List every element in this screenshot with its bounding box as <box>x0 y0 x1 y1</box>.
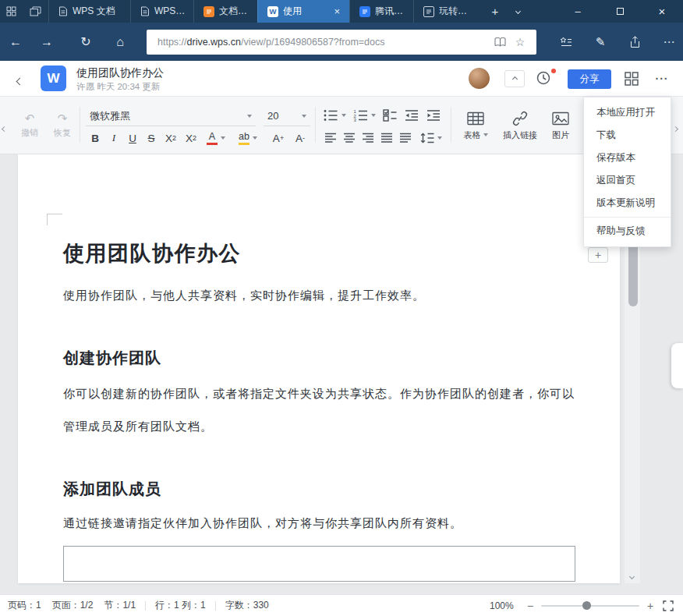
decrease-indent-button[interactable] <box>402 106 421 125</box>
side-panel-handle[interactable] <box>671 343 683 388</box>
numbered-list-button[interactable]: 123 <box>351 106 377 125</box>
embedded-image-placeholder[interactable] <box>63 546 575 582</box>
set-tabs-aside-icon[interactable] <box>22 0 48 23</box>
font-color-button[interactable]: A <box>203 129 229 147</box>
grow-mark: + <box>280 134 284 142</box>
menu-item-open-local-app[interactable]: 本地应用打开 <box>584 101 671 124</box>
justify-button[interactable] <box>377 129 396 147</box>
font-size-select[interactable]: 20 <box>264 106 310 126</box>
subscript-button[interactable]: X2 <box>181 129 201 147</box>
refresh-icon[interactable]: ↻ <box>73 29 98 55</box>
share-button[interactable]: 分享 <box>568 69 611 89</box>
redo-button[interactable]: ↷ 恢复 <box>47 103 78 148</box>
menu-divider <box>584 217 671 218</box>
undo-button[interactable]: ↶ 撤销 <box>14 103 45 148</box>
increase-font-button[interactable]: A+ <box>268 129 288 147</box>
tab-tiles-icon[interactable] <box>0 0 22 23</box>
align-center-button[interactable] <box>340 129 359 147</box>
menu-item-release-notes[interactable]: 版本更新说明 <box>584 192 671 214</box>
history-icon[interactable] <box>535 69 554 88</box>
line-spacing-button[interactable] <box>416 129 446 147</box>
margin-corner-mark <box>47 214 62 225</box>
superscript-button[interactable]: X2 <box>161 129 181 147</box>
status-section: 节：1/1 <box>104 599 136 612</box>
browser-more-icon[interactable]: ⋯ <box>656 29 682 55</box>
wps-docs-favicon <box>58 6 68 16</box>
reading-view-icon[interactable] <box>490 32 510 52</box>
avatar[interactable] <box>469 68 490 89</box>
menu-item-back-home[interactable]: 返回首页 <box>584 169 671 192</box>
back-icon[interactable]: ← <box>3 29 28 55</box>
align-left-button[interactable] <box>321 129 340 147</box>
forward-icon[interactable]: → <box>34 29 59 55</box>
browser-tab-active[interactable]: W 使用 × <box>257 0 349 23</box>
paragraph: 管理成员及所有团队文档。 <box>63 418 213 435</box>
font-name-select[interactable]: 微软雅黑 <box>86 106 256 126</box>
shrink-mark: - <box>303 134 305 142</box>
collapse-toolbar-button[interactable] <box>504 70 525 87</box>
fullscreen-icon[interactable] <box>663 600 674 611</box>
paragraph: 使用协作团队，与他人共享资料，实时协作编辑，提升工作效率。 <box>63 287 425 304</box>
toolbar-separator <box>80 107 80 143</box>
document-area: 使用团队协作办公 + 使用协作团队，与他人共享资料，实时协作编辑，提升工作效率。… <box>0 154 683 594</box>
doc-back-icon[interactable] <box>17 73 23 87</box>
insert-link-button[interactable]: 插入链接 <box>497 103 543 148</box>
format-toolbar: ↶ 撤销 ↷ 恢复 微软雅黑 20 B I U S X2 X2 A ab <box>0 97 683 154</box>
tab-label: 使用 <box>283 5 302 18</box>
url-text: https://drive.wps.cn/view/p/16949806587?… <box>157 37 490 48</box>
image-button[interactable]: 图片 <box>544 103 577 148</box>
increase-indent-button[interactable] <box>424 106 443 125</box>
doc-more-button[interactable]: ··· <box>652 70 672 87</box>
paragraph: 你可以创建新的协作团队，或者将指定文件夹设为共享状态。作为协作团队的创建者，你可… <box>63 385 575 402</box>
bullet-list-button[interactable] <box>321 106 348 125</box>
scrollbar-thumb[interactable] <box>628 238 638 306</box>
minimize-button[interactable]: – <box>557 0 599 23</box>
chevron-down-icon <box>483 133 488 136</box>
browser-tab-tencent-docs[interactable]: 腾讯文档 <box>349 0 413 23</box>
tab-list-chevron-icon[interactable] <box>508 0 527 23</box>
bold-button[interactable]: B <box>86 129 104 147</box>
scrollbar-down-icon[interactable] <box>630 568 634 582</box>
browser-tab-wps-docs-2[interactable]: WPS 文档 <box>130 0 193 23</box>
highlight-letters: ab <box>239 132 249 142</box>
checklist-button[interactable] <box>380 106 399 125</box>
underline-button[interactable]: U <box>123 129 142 147</box>
decrease-font-button[interactable]: A- <box>290 129 310 147</box>
new-tab-button[interactable]: + <box>485 0 505 23</box>
menu-item-download[interactable]: 下载 <box>584 124 671 147</box>
close-button[interactable]: × <box>641 0 683 23</box>
toolbar-scroll-left-icon[interactable] <box>2 120 6 134</box>
strikethrough-button[interactable]: S <box>142 129 161 147</box>
toolbar-scroll-right-icon[interactable] <box>674 120 678 134</box>
favorite-star-icon[interactable]: ☆ <box>510 32 530 52</box>
tab-close-icon[interactable]: × <box>331 5 343 18</box>
address-bar[interactable]: https://drive.wps.cn/view/p/16949806587?… <box>147 30 536 55</box>
zoom-out-button[interactable]: − <box>524 598 536 614</box>
zoom-in-button[interactable]: + <box>644 598 656 614</box>
highlight-button[interactable]: ab <box>232 129 264 147</box>
chevron-down-icon <box>371 114 376 117</box>
align-right-button[interactable] <box>359 129 377 147</box>
insert-comment-button[interactable]: + <box>588 247 608 263</box>
image-label: 图片 <box>552 129 569 141</box>
italic-button[interactable]: I <box>104 129 123 147</box>
table-button[interactable]: 表格 <box>457 103 494 148</box>
apps-grid-icon[interactable] <box>622 70 641 87</box>
web-notes-pen-icon[interactable]: ✎ <box>587 29 614 55</box>
zoom-slider-thumb[interactable] <box>582 601 591 610</box>
maximize-button[interactable] <box>599 0 641 23</box>
browser-tab-wps-docs-1[interactable]: WPS 文档 <box>48 0 130 23</box>
menu-item-save-version[interactable]: 保存版本 <box>584 147 671 169</box>
home-icon[interactable]: ⌂ <box>108 29 133 55</box>
hub-favorites-icon[interactable] <box>553 29 579 55</box>
distribute-button[interactable] <box>396 129 415 147</box>
browser-tab-doc-open[interactable]: 文档开放 <box>193 0 257 23</box>
paragraph: 通过链接邀请指定伙伴加入协作团队，对方将与你共享团队内所有资料。 <box>63 515 462 532</box>
browser-toolbar: ← → ↻ ⌂ https://drive.wps.cn/view/p/1694… <box>0 23 683 61</box>
undo-icon: ↶ <box>25 113 35 124</box>
share-page-icon[interactable] <box>621 29 648 55</box>
svg-text:3: 3 <box>353 118 356 122</box>
browser-tab-online[interactable]: 玩转在线 <box>413 0 477 23</box>
menu-item-help-feedback[interactable]: 帮助与反馈 <box>584 220 671 243</box>
status-bar: 页码：1 页面：1/2 节：1/1 行：1 列：1 字数：330 100% − … <box>0 594 683 616</box>
